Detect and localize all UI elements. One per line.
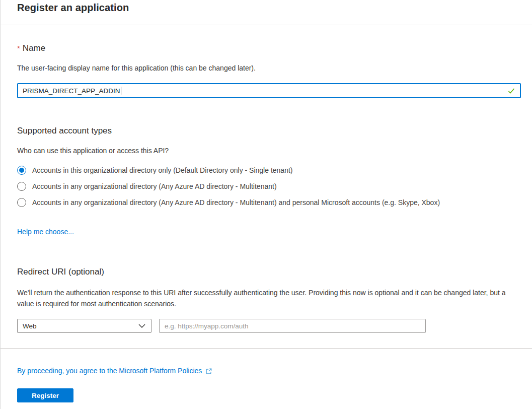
account-types-heading: Supported account types xyxy=(17,126,521,136)
blade-header: Register an application xyxy=(1,0,532,25)
external-link-icon xyxy=(205,368,212,375)
name-field-description: The user-facing display name for this ap… xyxy=(17,62,521,74)
radio-option-label: Accounts in any organizational directory… xyxy=(32,198,440,207)
text-cursor xyxy=(121,87,121,95)
radio-button-icon[interactable] xyxy=(17,182,26,191)
register-application-blade: Register an application *Name The user-f… xyxy=(0,0,532,409)
radio-button-icon[interactable] xyxy=(17,198,26,207)
platform-policies-link[interactable]: By proceeding, you agree to the Microsof… xyxy=(17,367,202,375)
platform-select-value: Web xyxy=(23,322,37,330)
redirect-uri-input[interactable] xyxy=(159,319,426,333)
app-name-input[interactable]: PRISMA_DIRECT_APP_ADDIN xyxy=(17,83,521,98)
radio-option-multitenant-personal[interactable]: Accounts in any organizational directory… xyxy=(17,194,521,211)
account-type-radio-group: Accounts in this organizational director… xyxy=(17,162,521,211)
valid-check-icon xyxy=(507,87,515,95)
platform-select-dropdown[interactable]: Web xyxy=(17,319,151,333)
redirect-uri-heading: Redirect URI (optional) xyxy=(17,267,521,277)
chevron-down-icon xyxy=(138,323,145,328)
radio-button-icon[interactable] xyxy=(17,166,26,175)
app-name-input-value: PRISMA_DIRECT_APP_ADDIN xyxy=(23,87,120,95)
blade-footer: By proceeding, you agree to the Microsof… xyxy=(1,349,532,409)
radio-option-label: Accounts in any organizational directory… xyxy=(32,182,277,190)
radio-option-single-tenant[interactable]: Accounts in this organizational director… xyxy=(17,162,521,178)
help-me-choose-link[interactable]: Help me choose... xyxy=(17,228,74,236)
name-label-text: Name xyxy=(23,43,45,53)
redirect-uri-controls: Web xyxy=(17,319,521,333)
required-asterisk: * xyxy=(17,44,20,52)
form-content: *Name The user-facing display name for t… xyxy=(1,43,532,333)
radio-option-multitenant[interactable]: Accounts in any organizational directory… xyxy=(17,178,521,194)
redirect-uri-description: We'll return the authentication response… xyxy=(17,287,520,309)
account-types-question: Who can use this application or access t… xyxy=(17,147,521,155)
name-field-label: *Name xyxy=(17,43,521,53)
page-title: Register an application xyxy=(17,2,532,14)
register-button[interactable]: Register xyxy=(17,388,73,402)
radio-option-label: Accounts in this organizational director… xyxy=(32,166,292,174)
